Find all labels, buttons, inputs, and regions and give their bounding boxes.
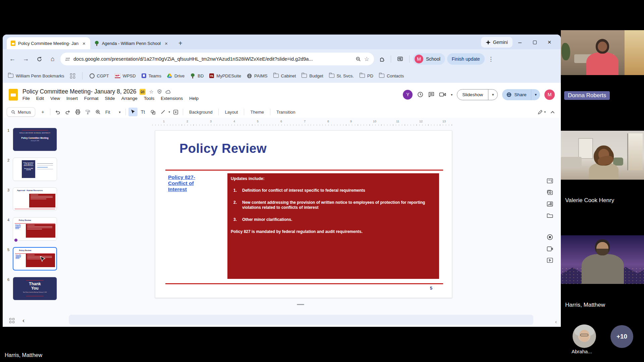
slide-title[interactable]: Policy Review xyxy=(179,141,267,156)
bookmark-contacts[interactable]: Contacts xyxy=(379,73,404,78)
menu-format[interactable]: Format xyxy=(84,96,99,101)
select-tool-button[interactable] xyxy=(128,108,138,116)
play-box-icon[interactable] xyxy=(547,257,553,263)
menu-help[interactable]: Help xyxy=(189,96,199,101)
updates-text-box[interactable]: Updates include: 1.Definition for confli… xyxy=(227,173,439,279)
record-icon[interactable] xyxy=(547,234,553,240)
shield-check-icon[interactable] xyxy=(157,89,162,94)
slide-thumbnail-3[interactable]: Approval - Human Resources xyxy=(13,187,57,211)
slideshow-dropdown-icon[interactable]: ▾ xyxy=(488,93,498,97)
collapse-toolbar-icon[interactable] xyxy=(550,109,555,115)
reload-button[interactable] xyxy=(34,53,45,65)
slide-thumbnail-2[interactable]: Policy Committee of the Board of School … xyxy=(13,158,57,181)
menu-view[interactable]: View xyxy=(50,96,60,101)
transition-button[interactable]: Transition xyxy=(273,108,299,116)
bookmark-pd[interactable]: PD xyxy=(360,73,373,78)
browser-menu-icon[interactable]: ⋮ xyxy=(487,56,495,63)
print-button[interactable] xyxy=(73,108,82,116)
menu-edit[interactable]: Edit xyxy=(36,96,44,101)
bookmark-star-icon[interactable]: ☆ xyxy=(364,56,369,63)
video-record-icon[interactable] xyxy=(547,246,553,252)
bookmark-cgpt[interactable]: CGPT xyxy=(90,73,109,78)
bookmark-mypdesuite[interactable]: PAMyPDESuite xyxy=(209,73,241,78)
new-tab-button[interactable]: + xyxy=(176,40,185,47)
slide-divider-line[interactable] xyxy=(165,283,443,284)
cloud-status-icon[interactable] xyxy=(165,89,171,94)
back-button[interactable]: ← xyxy=(7,53,18,65)
account-avatar[interactable]: M xyxy=(544,89,555,100)
line-tool-button[interactable] xyxy=(159,108,168,116)
move-folder-icon[interactable] xyxy=(140,89,146,95)
zoom-icon[interactable] xyxy=(356,56,361,62)
side-panel-collapse-icon[interactable]: ‹ xyxy=(555,319,557,324)
extensions-icon[interactable] xyxy=(376,53,387,65)
folder-icon[interactable] xyxy=(547,213,553,218)
text-box-tool-button[interactable]: Tt xyxy=(139,108,148,116)
bookmark-drive[interactable]: Drive xyxy=(167,73,184,78)
theme-button[interactable]: Theme xyxy=(247,108,267,116)
omnibox[interactable]: docs.google.com/presentation/d/1a27m0gVZ… xyxy=(60,53,374,65)
bookmark-cabinet[interactable]: Cabinet xyxy=(273,73,296,78)
grid-view-icon[interactable] xyxy=(9,318,14,323)
fit-zoom-select[interactable]: Fit ▾ xyxy=(103,110,122,115)
minimize-button[interactable]: – xyxy=(513,36,527,48)
finish-update-button[interactable]: Finish update xyxy=(447,53,485,65)
undo-button[interactable] xyxy=(53,108,62,116)
video-tile-valerie-cook-henry[interactable] xyxy=(561,131,644,180)
menu-insert[interactable]: Insert xyxy=(66,96,78,101)
pen-tools-button[interactable]: ▾ xyxy=(538,110,546,115)
tab-policy-committee-meeting[interactable]: Policy Committee Meeting- Jan × xyxy=(7,37,90,49)
search-menus-button[interactable]: Menus xyxy=(7,107,35,117)
slide-canvas[interactable]: Policy Review Policy 827- Conflict of In… xyxy=(155,130,452,298)
tab-agenda[interactable]: Agenda - William Penn School × xyxy=(90,37,172,49)
paint-format-button[interactable] xyxy=(83,108,92,116)
redo-button[interactable] xyxy=(63,108,72,116)
forward-button[interactable]: → xyxy=(20,53,32,65)
url-text[interactable]: docs.google.com/presentation/d/1a27m0gVZ… xyxy=(73,56,352,62)
bookmark-paims[interactable]: PAIMS xyxy=(247,73,268,78)
zoom-in-plus-button[interactable]: + xyxy=(38,108,47,116)
share-dropdown-icon[interactable]: ▾ xyxy=(531,89,540,100)
close-tab-icon[interactable]: × xyxy=(163,41,169,46)
zoom-tool-button[interactable] xyxy=(93,108,102,116)
menu-arrange[interactable]: Arrange xyxy=(121,96,138,101)
close-window-button[interactable]: × xyxy=(542,36,557,48)
bookmark-wpsd[interactable]: WPWPSD xyxy=(115,73,136,78)
policy-link[interactable]: Policy 827- Conflict of Interest xyxy=(168,174,195,192)
camera-dropdown-icon[interactable]: ▾ xyxy=(451,93,452,97)
gemini-button[interactable]: Gemini xyxy=(481,37,513,48)
layout-button[interactable]: Layout xyxy=(221,108,241,116)
close-tab-icon[interactable]: × xyxy=(81,41,87,46)
home-button[interactable]: ⌂ xyxy=(47,53,58,65)
collaborator-avatar[interactable]: Y xyxy=(403,90,413,100)
participant-avatar-abraham[interactable] xyxy=(573,324,596,348)
maximize-button[interactable] xyxy=(527,36,542,48)
slideshow-button[interactable]: Slideshow xyxy=(457,89,488,100)
menu-slide[interactable]: Slide xyxy=(105,96,115,101)
slide-thumbnail-5-selected[interactable]: Policy Review Policy 827- Conflict of In… xyxy=(13,247,57,270)
background-button[interactable]: Background xyxy=(186,108,216,116)
bookmark-bd[interactable]: BD xyxy=(190,73,204,78)
version-history-icon[interactable] xyxy=(417,91,424,98)
slide-thumbnail-6[interactable]: ThankYou Next Policy Committee Meeting: … xyxy=(13,277,57,300)
video-tile-donna-roberts[interactable] xyxy=(561,30,644,75)
profile-chip[interactable]: M School xyxy=(413,53,445,65)
panel-card-icon[interactable] xyxy=(547,178,553,184)
insert-image-button[interactable] xyxy=(171,108,180,116)
apps-grid-icon[interactable] xyxy=(70,73,75,78)
image-search-icon[interactable] xyxy=(547,201,553,207)
menu-tools[interactable]: Tools xyxy=(144,96,155,101)
video-tile-harris-matthew[interactable] xyxy=(561,235,644,284)
slide-thumbnail-1[interactable]: WILLIAM PENN SCHOOL DISTRICT Policy Comm… xyxy=(13,128,57,151)
collapse-filmstrip-icon[interactable]: ‹ xyxy=(22,317,24,324)
screenshot-stack-icon[interactable] xyxy=(547,189,553,195)
slide-thumbnail-4[interactable]: Policy Review Policy 827- Conflict of In… xyxy=(13,217,57,241)
slide-divider-line[interactable] xyxy=(165,170,443,171)
comments-icon[interactable] xyxy=(428,91,435,98)
side-panel-icon[interactable] xyxy=(394,53,406,65)
meet-camera-icon[interactable] xyxy=(439,92,446,98)
menu-extensions[interactable]: Extensions xyxy=(161,96,183,101)
share-button[interactable]: Share xyxy=(502,89,531,100)
menu-file[interactable]: File xyxy=(22,96,30,101)
slides-logo[interactable] xyxy=(9,89,18,101)
